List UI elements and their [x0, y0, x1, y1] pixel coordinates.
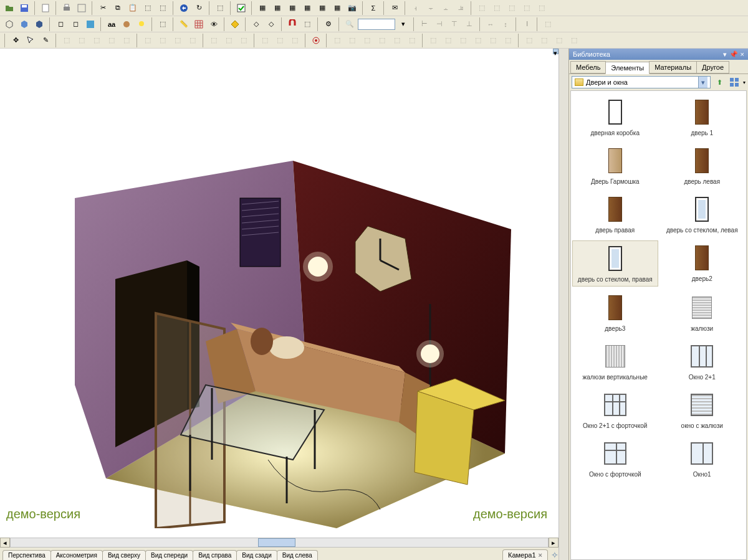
window-icon[interactable]: ▦	[300, 1, 314, 15]
tool-icon[interactable]: ⬚	[330, 34, 344, 47]
viewport-handle-icon[interactable]: ▾	[553, 49, 559, 54]
library-item[interactable]: Окно с форточкой	[572, 436, 658, 481]
sigma-icon[interactable]: Σ	[367, 1, 380, 15]
tool-icon[interactable]: ⬚	[486, 34, 500, 47]
tool-icon[interactable]: ⬚	[390, 34, 404, 47]
panel-dropdown-icon[interactable]: ▾	[723, 50, 727, 59]
zoom-input[interactable]	[358, 19, 395, 30]
scroll-right-icon[interactable]: ▸	[549, 538, 559, 548]
align-icon[interactable]: ⫟	[424, 1, 438, 15]
tool-icon[interactable]: ⬚	[60, 34, 74, 47]
target-icon[interactable]	[309, 34, 323, 47]
save-icon[interactable]	[17, 1, 31, 15]
tool-icon[interactable]: ⬚	[405, 34, 419, 47]
window-icon[interactable]: ▦	[256, 1, 269, 15]
magnet-icon[interactable]	[285, 17, 299, 31]
tool-icon[interactable]: ⬚	[537, 34, 551, 47]
tool-icon[interactable]: ⬚	[171, 34, 185, 47]
dim-icon[interactable]: ⊣	[433, 17, 446, 31]
move-icon[interactable]: ✥	[9, 34, 22, 47]
copy-icon[interactable]: ⧉	[111, 1, 125, 15]
dim-icon[interactable]: ⊢	[418, 17, 431, 31]
grid-icon[interactable]	[192, 17, 206, 31]
panel-titlebar[interactable]: Библиотека ▾ 📌 ×	[569, 49, 748, 60]
tool-icon[interactable]: ⬚	[456, 34, 470, 47]
tool-icon[interactable]: ⬚	[441, 34, 455, 47]
tool-icon[interactable]: ⬚	[222, 34, 236, 47]
tool-icon[interactable]: ⬚	[552, 34, 566, 47]
undo-icon[interactable]	[177, 1, 191, 15]
dropdown-icon[interactable]: ▾	[396, 17, 410, 31]
align-icon[interactable]: ⫡	[454, 1, 467, 15]
view-tab[interactable]: Вид сверху	[102, 550, 146, 560]
wire-icon[interactable]: ◻	[69, 17, 82, 31]
dim-icon[interactable]: ↕	[499, 17, 512, 31]
view-tab[interactable]: Вид спереди	[145, 550, 193, 560]
tool-icon[interactable]: ⬚	[141, 34, 155, 47]
align-icon[interactable]: ⫞	[409, 1, 423, 15]
sphere-icon[interactable]	[120, 17, 133, 31]
cube-solid-icon[interactable]	[17, 17, 31, 31]
camera-icon[interactable]: 📷	[345, 1, 359, 15]
up-folder-icon[interactable]: ⬆	[713, 76, 726, 88]
tool-icon[interactable]: ⬚	[156, 17, 170, 31]
align-icon[interactable]: ⬚	[520, 1, 534, 15]
light-icon[interactable]	[135, 17, 148, 31]
library-item[interactable]: дверь со стеклом, правая	[572, 240, 658, 287]
snap-icon[interactable]: ◇	[249, 17, 263, 31]
redo-icon[interactable]: ↻	[192, 1, 206, 15]
chevron-down-icon[interactable]: ▾	[698, 77, 707, 88]
library-grid[interactable]: дверная коробкадверь 1Дверь Гармошкадвер…	[570, 90, 747, 560]
library-item[interactable]: дверь2	[659, 240, 746, 287]
tool-icon[interactable]: ⬚	[237, 34, 251, 47]
dim-icon[interactable]: ⊥	[463, 17, 476, 31]
tool-icon[interactable]: ⬚	[156, 1, 170, 15]
tool-icon[interactable]: ⬚	[141, 1, 155, 15]
scroll-left-icon[interactable]: ◂	[0, 538, 10, 548]
library-item[interactable]: дверь 1	[659, 95, 746, 140]
view-tab[interactable]: Перспектива	[2, 550, 51, 560]
camera-tab[interactable]: Камера1 ×	[502, 549, 548, 560]
library-item[interactable]: дверь со стеклом, левая	[659, 192, 746, 237]
render-icon[interactable]	[84, 17, 97, 31]
cursor-icon[interactable]	[24, 34, 37, 47]
view-mode-dd-icon[interactable]: ▾	[743, 80, 746, 85]
window-icon[interactable]: ▦	[285, 1, 299, 15]
library-item[interactable]: Окно 2+1 с форточкой	[572, 387, 658, 432]
tool-icon[interactable]: ⬚	[471, 34, 485, 47]
check-icon[interactable]	[234, 1, 248, 15]
library-item[interactable]: дверная коробка	[572, 95, 658, 140]
page-icon[interactable]	[39, 1, 52, 15]
tool-icon[interactable]: ⬚	[213, 1, 227, 15]
tool-icon[interactable]: ⬚	[360, 34, 374, 47]
mail-icon[interactable]: ✉	[388, 1, 401, 15]
library-item[interactable]: окно с жалюзи	[659, 387, 746, 432]
dim-icon[interactable]: Ⅰ	[520, 17, 534, 31]
tool-icon[interactable]: ⬚	[105, 34, 118, 47]
dim-icon[interactable]: ⊤	[448, 17, 461, 31]
panel-tab[interactable]: Мебель	[570, 61, 606, 74]
view-tab[interactable]: Аксонометрия	[50, 550, 103, 560]
tool-icon[interactable]: ⬚	[288, 34, 302, 47]
panel-tab[interactable]: Другое	[696, 61, 729, 74]
cube-dark-icon[interactable]	[32, 17, 46, 31]
wire-icon[interactable]: ◻	[54, 17, 67, 31]
print-icon[interactable]	[60, 1, 74, 15]
tool-icon[interactable]: ⬚	[156, 34, 170, 47]
library-item[interactable]: Дверь Гармошка	[572, 143, 658, 188]
eye-icon[interactable]: 👁	[207, 17, 221, 31]
tool-icon[interactable]: ⬚	[120, 34, 133, 47]
print-preview-icon[interactable]	[75, 1, 89, 15]
tab-close-icon[interactable]: ×	[539, 551, 542, 559]
pen-icon[interactable]: ✎	[39, 34, 52, 47]
tool-icon[interactable]: ⬚	[426, 34, 440, 47]
ruler-icon[interactable]: 📏	[177, 17, 191, 31]
library-item[interactable]: жалюзи вертикальные	[572, 339, 658, 384]
viewport-3d[interactable]: ▾	[0, 49, 559, 538]
add-tab-icon[interactable]: ✧	[551, 550, 559, 560]
view-mode-icon[interactable]	[728, 76, 741, 88]
category-select[interactable]: Двери и окна ▾	[572, 76, 711, 88]
snap-icon[interactable]: ◇	[264, 17, 278, 31]
tool-icon[interactable]: ⬚	[375, 34, 389, 47]
tool-icon[interactable]: ⬚	[501, 34, 515, 47]
